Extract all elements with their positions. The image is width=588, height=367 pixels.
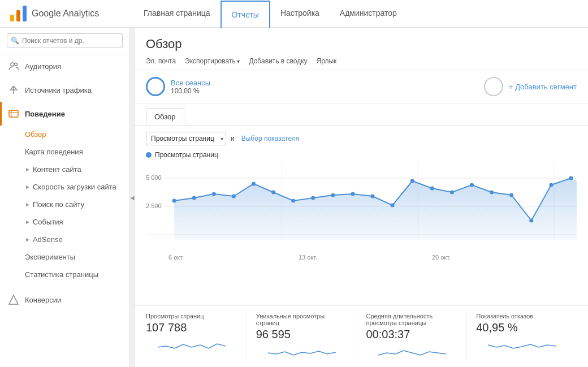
- x-label-2: 13 окт.: [299, 254, 317, 261]
- sidebar-subitem-speed-label: Скорость загрузки сайта: [33, 183, 116, 191]
- svg-text:2 500: 2 500: [146, 202, 162, 209]
- arrow-icon: ►: [25, 201, 31, 208]
- sidebar-subitem-adsense[interactable]: ► AdSense: [0, 231, 129, 248]
- action-export[interactable]: Экспортировать: [185, 57, 240, 65]
- svg-point-22: [232, 195, 236, 198]
- svg-text:5 000: 5 000: [146, 174, 162, 181]
- chart-controls: Просмотры страниц и Выбор показателя: [135, 126, 588, 151]
- stat-duration-label: Средняя длительность просмотра страницы: [366, 313, 458, 326]
- svg-point-30: [391, 204, 395, 208]
- stat-duration-value: 00:03:37: [366, 328, 458, 341]
- sidebar-item-behavior[interactable]: Поведение: [0, 102, 129, 126]
- line-chart-svg: 5 000 2 500: [146, 161, 577, 252]
- chart-area: Просмотры страниц 5 000 2 500: [135, 151, 588, 305]
- stat-pageviews-label: Просмотры страниц: [146, 313, 237, 319]
- action-bookmark[interactable]: Ярлык: [317, 57, 337, 65]
- stat-bounce-chart: [476, 336, 568, 352]
- stat-pageviews-chart: [146, 336, 237, 352]
- content-header: Обзор Эл. почта Экспортировать Добавить …: [135, 28, 588, 70]
- sidebar-subitem-behavior-map[interactable]: Карта поведения: [0, 143, 129, 161]
- chart-legend: Просмотры страниц: [146, 151, 577, 159]
- segment-info: Все сеансы 100,00 %: [171, 79, 210, 95]
- svg-point-32: [430, 187, 434, 191]
- stat-duration-chart: [366, 343, 458, 359]
- svg-point-39: [569, 176, 573, 180]
- x-axis-labels: 6 окт. 13 окт. 20 окт.: [146, 252, 577, 261]
- sidebar-item-conversions-label: Конверсии: [25, 296, 61, 304]
- svg-point-25: [291, 199, 295, 203]
- stat-avg-duration: Средняя длительность просмотра страницы …: [366, 313, 468, 360]
- sidebar-item-audience[interactable]: Аудитория: [0, 54, 129, 78]
- traffic-icon: [8, 84, 19, 96]
- svg-point-3: [11, 63, 14, 66]
- sidebar-subitem-content[interactable]: ► Контент сайта: [0, 161, 129, 178]
- content-area: Обзор Эл. почта Экспортировать Добавить …: [135, 28, 588, 367]
- svg-rect-5: [9, 110, 18, 117]
- sidebar-subitem-events[interactable]: ► События: [0, 213, 129, 231]
- nav-item-home[interactable]: Главная страница: [133, 0, 220, 28]
- sidebar-wrapper: 🔍 Аудитория Источники трафика: [0, 28, 135, 367]
- sidebar-subitem-speed[interactable]: ► Скорость загрузки сайта: [0, 178, 129, 196]
- content-actions: Эл. почта Экспортировать Добавить в свод…: [146, 57, 577, 65]
- svg-point-29: [371, 195, 375, 198]
- svg-point-20: [192, 196, 196, 200]
- svg-marker-8: [9, 295, 18, 304]
- metric-select-wrap: Просмотры страниц: [146, 132, 226, 145]
- nav-item-settings[interactable]: Настройка: [270, 0, 330, 28]
- search-wrap: 🔍: [7, 33, 123, 48]
- legend-dot-icon: [146, 152, 152, 158]
- action-email[interactable]: Эл. почта: [146, 57, 176, 65]
- stat-unique-value: 96 595: [256, 328, 348, 341]
- logo-text: Google Analytics: [32, 8, 99, 19]
- sidebar-subitem-content-label: Контент сайта: [33, 165, 81, 174]
- stats-row: Просмотры страниц 107 788 Уникальные про…: [135, 305, 588, 367]
- svg-point-21: [212, 192, 216, 196]
- svg-rect-2: [23, 6, 27, 21]
- stat-pageviews-value: 107 788: [146, 321, 237, 334]
- add-segment[interactable]: + Добавить сегмент: [484, 77, 577, 96]
- sidebar-item-audience-label: Аудитория: [25, 62, 61, 71]
- svg-point-34: [470, 183, 474, 187]
- svg-point-38: [549, 183, 553, 187]
- sidebar-subitem-page-stats[interactable]: Статистика страницы: [0, 266, 129, 283]
- arrow-icon: ►: [25, 219, 31, 225]
- nav-item-admin[interactable]: Администратор: [330, 0, 407, 28]
- stat-bounce-label: Показатель отказов: [476, 313, 568, 319]
- and-text: и: [231, 135, 235, 143]
- tab-overview[interactable]: Обзор: [146, 108, 184, 126]
- sidebar-subitem-overview[interactable]: Обзор: [0, 126, 129, 143]
- sidebar-item-traffic-label: Источники трафика: [25, 86, 92, 94]
- segment-bar: Все сеансы 100,00 % + Добавить сегмент: [135, 70, 588, 103]
- action-add-to-summary[interactable]: Добавить в сводку: [249, 57, 307, 65]
- sidebar-subitem-events-label: События: [33, 218, 63, 226]
- svg-point-33: [450, 191, 454, 195]
- svg-point-4: [15, 63, 18, 66]
- select-metric-link[interactable]: Выбор показателя: [241, 135, 299, 143]
- svg-point-27: [331, 193, 335, 197]
- x-label-1: 6 окт.: [168, 254, 184, 261]
- sidebar-subitem-search[interactable]: ► Поиск по сайту: [0, 196, 129, 213]
- search-icon: 🔍: [11, 37, 19, 45]
- add-segment-label[interactable]: + Добавить сегмент: [509, 83, 577, 91]
- metric-select[interactable]: Просмотры страниц: [146, 132, 226, 145]
- sidebar-subitem-experiments[interactable]: Эксперименты: [0, 248, 129, 266]
- main-nav: Главная страница Отчеты Настройка Админи…: [133, 0, 579, 28]
- svg-point-26: [311, 196, 315, 200]
- behavior-icon: [8, 108, 19, 119]
- google-analytics-logo-icon: [9, 5, 27, 23]
- sidebar-collapse-arrow[interactable]: ◀: [130, 28, 135, 367]
- arrow-icon: ►: [25, 184, 31, 190]
- search-input[interactable]: [7, 33, 123, 48]
- svg-point-37: [529, 219, 533, 223]
- segment-all-sessions[interactable]: Все сеансы 100,00 %: [146, 77, 210, 96]
- svg-point-35: [490, 191, 494, 195]
- svg-point-24: [271, 191, 275, 195]
- stat-unique-chart: [256, 343, 348, 359]
- nav-item-reports[interactable]: Отчеты: [220, 1, 270, 28]
- sidebar-search-area: 🔍: [0, 28, 129, 54]
- sidebar-item-conversions[interactable]: Конверсии: [0, 288, 129, 312]
- sidebar-item-traffic[interactable]: Источники трафика: [0, 78, 129, 102]
- stat-bounce-value: 40,95 %: [476, 321, 568, 334]
- add-segment-circle-icon: [484, 77, 503, 96]
- stat-unique-pageviews: Уникальные просмотры страниц 96 595: [256, 313, 357, 360]
